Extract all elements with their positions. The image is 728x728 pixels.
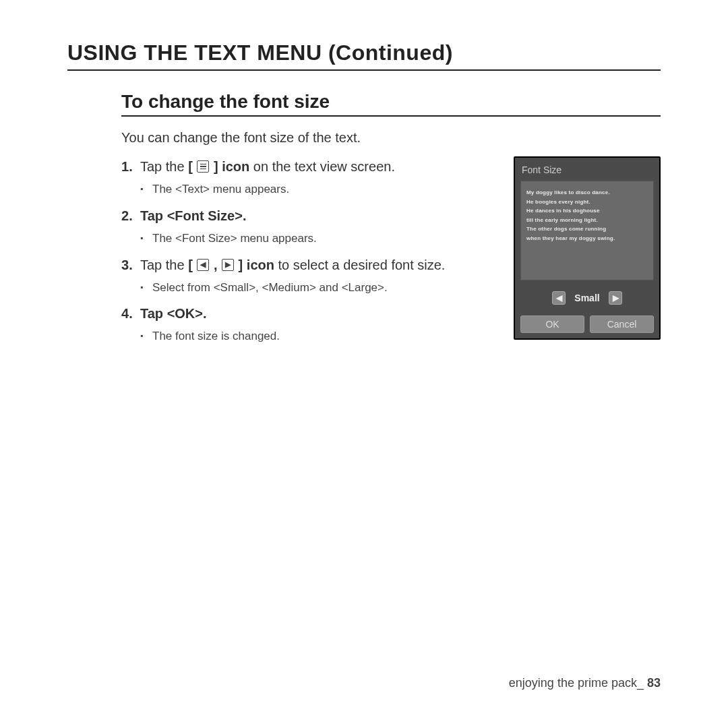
step-1: Tap the [ ] icon on the text view screen… <box>121 158 495 176</box>
page-title: USING THE TEXT MENU (Continued) <box>67 40 661 71</box>
step-2-bullet: The <Font Size> menu appears. <box>140 231 495 247</box>
preview-line: My doggy likes to disco dance. <box>526 188 648 198</box>
step-3-text-a: Tap the <box>140 257 188 272</box>
size-value: Small <box>572 293 602 303</box>
step-1-text-c: on the text view screen. <box>249 159 395 174</box>
footer-section: enjoying the prime pack_ <box>509 676 644 690</box>
step-3: Tap the [ ◀ , ▶ ] icon to select a desir… <box>121 256 495 274</box>
page-number: 83 <box>647 676 661 690</box>
size-prev-button[interactable]: ◀ <box>552 291 566 305</box>
step-1-text-a: Tap the <box>140 159 188 174</box>
step-4-bullet: The font size is changed. <box>140 328 495 344</box>
step-1-icon-word: icon <box>218 159 250 174</box>
menu-icon <box>197 160 209 173</box>
cancel-button[interactable]: Cancel <box>590 315 654 333</box>
device-text-preview: My doggy likes to disco dance. He boogie… <box>520 181 654 280</box>
step-2: Tap <Font Size>. <box>121 207 495 225</box>
preview-line: He dances in his doghouse <box>526 206 648 216</box>
step-3-icon-word: icon <box>243 257 274 272</box>
left-arrow-icon: ◀ <box>197 259 209 271</box>
size-selector: ◀ Small ▶ <box>520 280 654 314</box>
preview-line: He boogies every night. <box>526 198 648 207</box>
page-footer: enjoying the prime pack_ 83 <box>509 676 661 690</box>
preview-line: till the early morning light. <box>526 216 648 225</box>
step-2-text: Tap <Font Size>. <box>140 208 246 223</box>
step-3-bullet: Select from <Small>, <Medium> and <Large… <box>140 280 495 296</box>
right-arrow-icon: ▶ <box>222 259 234 271</box>
section-title: To change the font size <box>121 91 661 117</box>
device-mockup: Font Size My doggy likes to disco dance.… <box>514 156 661 340</box>
steps-container: Tap the [ ] icon on the text view screen… <box>121 158 508 354</box>
preview-line: when they hear my doggy swing. <box>526 234 648 243</box>
step-4: Tap <OK>. <box>121 305 495 323</box>
step-4-text: Tap <OK>. <box>140 306 207 321</box>
preview-line: The other dogs come running <box>526 224 648 234</box>
step-3-text-c: to select a desired font size. <box>274 257 445 272</box>
ok-button[interactable]: OK <box>520 315 584 333</box>
step-1-bullet: The <Text> menu appears. <box>140 181 495 198</box>
intro-text: You can change the font size of the text… <box>121 130 661 146</box>
size-next-button[interactable]: ▶ <box>609 291 622 305</box>
device-title: Font Size <box>520 164 654 175</box>
